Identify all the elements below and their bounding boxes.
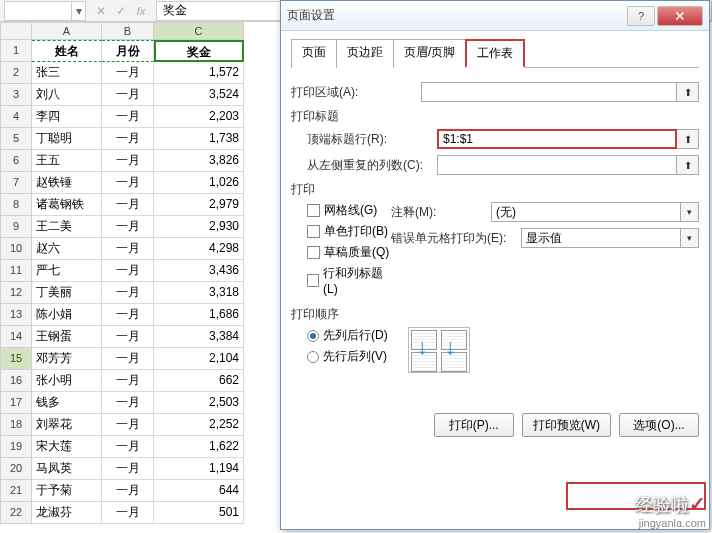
cell[interactable]: 一月 xyxy=(102,392,154,414)
row-header[interactable]: 7 xyxy=(0,172,32,194)
fx-icon[interactable]: fx xyxy=(132,2,150,20)
cell[interactable]: 1,194 xyxy=(154,458,244,480)
print-button[interactable]: 打印(P)... xyxy=(434,413,514,437)
cell[interactable]: 月份 xyxy=(102,40,154,62)
cell[interactable]: 1,572 xyxy=(154,62,244,84)
cell[interactable]: 刘翠花 xyxy=(32,414,102,436)
comments-combo[interactable] xyxy=(491,202,681,222)
row-header[interactable]: 20 xyxy=(0,458,32,480)
cell[interactable]: 一月 xyxy=(102,106,154,128)
row-header[interactable]: 1 xyxy=(0,40,32,62)
cell[interactable]: 3,436 xyxy=(154,260,244,282)
cell[interactable]: 赵铁锤 xyxy=(32,172,102,194)
preview-button[interactable]: 打印预览(W) xyxy=(522,413,611,437)
cell[interactable]: 一月 xyxy=(102,304,154,326)
cancel-icon[interactable]: ✕ xyxy=(92,2,110,20)
cell[interactable]: 严七 xyxy=(32,260,102,282)
col-header-B[interactable]: B xyxy=(102,22,154,40)
cell[interactable]: 王五 xyxy=(32,150,102,172)
cell[interactable]: 一月 xyxy=(102,62,154,84)
cell[interactable]: 3,318 xyxy=(154,282,244,304)
cell[interactable]: 一月 xyxy=(102,326,154,348)
order-over-radio[interactable] xyxy=(307,351,319,363)
cell[interactable]: 李四 xyxy=(32,106,102,128)
rowcol-checkbox[interactable] xyxy=(307,274,319,287)
options-button[interactable]: 选项(O)... xyxy=(619,413,699,437)
name-box-dropdown[interactable]: ▾ xyxy=(72,1,86,21)
cell[interactable]: 2,930 xyxy=(154,216,244,238)
close-button[interactable]: ✕ xyxy=(657,6,703,26)
left-col-range-button[interactable]: ⬆ xyxy=(677,155,699,175)
cell[interactable]: 赵六 xyxy=(32,238,102,260)
enter-icon[interactable]: ✓ xyxy=(112,2,130,20)
top-row-input[interactable] xyxy=(437,129,677,149)
col-header-C[interactable]: C xyxy=(154,22,244,40)
errors-dropdown-icon[interactable]: ▾ xyxy=(681,228,699,248)
cell[interactable]: 2,203 xyxy=(154,106,244,128)
row-header[interactable]: 19 xyxy=(0,436,32,458)
cell[interactable]: 一月 xyxy=(102,216,154,238)
left-col-input[interactable] xyxy=(437,155,677,175)
cell[interactable]: 奖金 xyxy=(154,40,244,62)
cell[interactable]: 一月 xyxy=(102,194,154,216)
row-header[interactable]: 18 xyxy=(0,414,32,436)
row-header[interactable]: 5 xyxy=(0,128,32,150)
gridlines-checkbox[interactable] xyxy=(307,204,320,217)
print-area-range-button[interactable]: ⬆ xyxy=(677,82,699,102)
cell[interactable]: 2,503 xyxy=(154,392,244,414)
cell[interactable]: 一月 xyxy=(102,414,154,436)
cell[interactable]: 钱多 xyxy=(32,392,102,414)
cell[interactable]: 2,104 xyxy=(154,348,244,370)
row-header[interactable]: 22 xyxy=(0,502,32,524)
cell[interactable]: 一月 xyxy=(102,436,154,458)
cell[interactable]: 陈小娟 xyxy=(32,304,102,326)
cell[interactable]: 一月 xyxy=(102,150,154,172)
row-header[interactable]: 6 xyxy=(0,150,32,172)
row-header[interactable]: 10 xyxy=(0,238,32,260)
cell[interactable]: 一月 xyxy=(102,480,154,502)
cell[interactable]: 3,826 xyxy=(154,150,244,172)
cell[interactable]: 刘八 xyxy=(32,84,102,106)
name-box[interactable] xyxy=(4,1,72,21)
cell[interactable]: 张小明 xyxy=(32,370,102,392)
row-header[interactable]: 17 xyxy=(0,392,32,414)
cell[interactable]: 501 xyxy=(154,502,244,524)
row-header[interactable]: 3 xyxy=(0,84,32,106)
select-all-corner[interactable] xyxy=(0,22,32,40)
cell[interactable]: 丁美丽 xyxy=(32,282,102,304)
print-area-input[interactable] xyxy=(421,82,677,102)
cell[interactable]: 一月 xyxy=(102,502,154,524)
row-header[interactable]: 13 xyxy=(0,304,32,326)
cell[interactable]: 2,979 xyxy=(154,194,244,216)
order-down-radio[interactable] xyxy=(307,330,319,342)
cell[interactable]: 1,686 xyxy=(154,304,244,326)
comments-dropdown-icon[interactable]: ▾ xyxy=(681,202,699,222)
row-header[interactable]: 9 xyxy=(0,216,32,238)
dialog-titlebar[interactable]: 页面设置 ? ✕ xyxy=(281,1,709,31)
cell[interactable]: 马凤英 xyxy=(32,458,102,480)
cell[interactable]: 662 xyxy=(154,370,244,392)
cell[interactable]: 一月 xyxy=(102,370,154,392)
cell[interactable]: 一月 xyxy=(102,172,154,194)
tab-margins[interactable]: 页边距 xyxy=(336,39,394,68)
cell[interactable]: 一月 xyxy=(102,84,154,106)
cell[interactable]: 王二美 xyxy=(32,216,102,238)
cell[interactable]: 龙淑芬 xyxy=(32,502,102,524)
row-header[interactable]: 21 xyxy=(0,480,32,502)
cell[interactable]: 644 xyxy=(154,480,244,502)
row-header[interactable]: 2 xyxy=(0,62,32,84)
errors-combo[interactable] xyxy=(521,228,681,248)
cell[interactable]: 2,252 xyxy=(154,414,244,436)
cell[interactable]: 3,384 xyxy=(154,326,244,348)
cell[interactable]: 丁聪明 xyxy=(32,128,102,150)
cell[interactable]: 王钢蛋 xyxy=(32,326,102,348)
cell[interactable]: 1,622 xyxy=(154,436,244,458)
row-header[interactable]: 8 xyxy=(0,194,32,216)
cell[interactable]: 诸葛钢铁 xyxy=(32,194,102,216)
col-header-A[interactable]: A xyxy=(32,22,102,40)
cell[interactable]: 一月 xyxy=(102,282,154,304)
cell[interactable]: 一月 xyxy=(102,260,154,282)
top-row-range-button[interactable]: ⬆ xyxy=(677,129,699,149)
help-button[interactable]: ? xyxy=(627,6,655,26)
cell[interactable]: 于予菊 xyxy=(32,480,102,502)
